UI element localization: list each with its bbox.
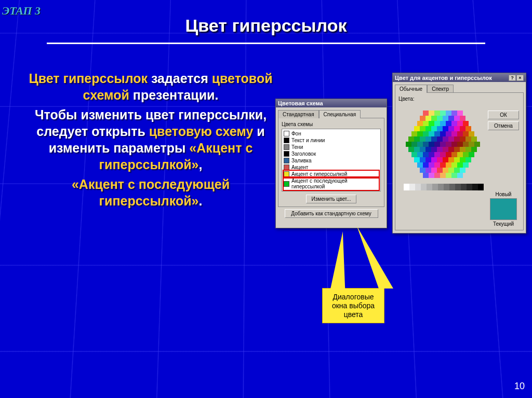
scheme-item[interactable]: Заголовок xyxy=(284,150,379,157)
new-label: Новый xyxy=(488,191,519,197)
dialog-color-picker: Цвет для акцентов и гиперссылок ?× Обычн… xyxy=(392,73,526,234)
scheme-item-label: Заголовок xyxy=(291,151,316,157)
hl-hyperlink-color: Цвет гиперссылок xyxy=(29,71,148,86)
color-swatch xyxy=(284,164,289,170)
scheme-item-label: Тени xyxy=(291,144,303,150)
body-text: Цвет гиперссылок задается цветовой схемо… xyxy=(29,70,273,209)
scheme-item[interactable]: Заливка xyxy=(284,157,379,164)
ok-button[interactable]: ОК xyxy=(488,111,519,119)
cancel-button[interactable]: Отмена xyxy=(488,121,519,130)
scheme-item-label: Заливка xyxy=(291,158,312,163)
tab-ordinary[interactable]: Обычные xyxy=(395,85,427,93)
scheme-item[interactable]: Акцент с последующей гиперссылкой xyxy=(284,177,379,190)
help-icon[interactable]: ? xyxy=(509,75,516,81)
tab-special[interactable]: Специальная xyxy=(319,110,361,118)
group-label-colors: Цвета схемы xyxy=(282,121,381,127)
scheme-item-label: Текст и линии xyxy=(291,138,325,143)
scheme-item-label: Акцент xyxy=(291,164,308,170)
window-buttons: ?× xyxy=(508,74,524,81)
color-swatch xyxy=(284,171,289,177)
color-swatch xyxy=(284,181,289,187)
color-swatch xyxy=(284,158,289,163)
scheme-item[interactable]: Фон xyxy=(284,130,379,137)
hl-accent-followed: «Акцент с последующей гиперссылкой» xyxy=(72,177,230,208)
scheme-item[interactable]: Акцент xyxy=(284,164,379,171)
slide-title: Цвет гиперссылок xyxy=(0,16,532,36)
color-swatch xyxy=(284,144,289,150)
color-hexagon[interactable] xyxy=(404,111,482,178)
new-color-swatch xyxy=(490,198,517,220)
current-label: Текущий xyxy=(488,221,519,227)
change-color-button[interactable]: Изменить цвет... xyxy=(306,195,357,203)
dialog1-title: Цветовая схема xyxy=(278,100,323,106)
scheme-list: ФонТекст и линииТениЗаголовокЗаливкаАкце… xyxy=(282,129,381,191)
scheme-item-label: Фон xyxy=(291,131,301,136)
scheme-item[interactable]: Тени xyxy=(284,144,379,150)
color-swatch xyxy=(284,131,289,136)
hl-color-scheme-2: цветовую схему xyxy=(149,124,254,139)
tab-spectrum[interactable]: Спектр xyxy=(427,85,454,93)
close-icon[interactable]: × xyxy=(516,75,524,81)
scheme-item[interactable]: Текст и линии xyxy=(284,137,379,144)
add-standard-scheme-button[interactable]: Добавить как стандартную схему xyxy=(285,209,378,218)
dialog1-titlebar[interactable]: Цветовая схема xyxy=(276,99,387,107)
scheme-item-label: Акцент с гиперссылкой xyxy=(291,171,347,177)
tab-standard[interactable]: Стандартная xyxy=(278,110,319,118)
color-swatch xyxy=(284,138,289,143)
grayscale-strip[interactable] xyxy=(404,184,484,190)
dialog-color-scheme: Цветовая схема Стандартная Специальная Ц… xyxy=(275,99,387,228)
dialog2-titlebar[interactable]: Цвет для акцентов и гиперссылок ?× xyxy=(393,73,526,82)
scheme-item-label: Акцент с последующей гиперссылкой xyxy=(291,178,379,189)
scheme-item[interactable]: Акцент с гиперссылкой xyxy=(284,171,379,177)
callout-dialog-caption: Диалоговые окна выбора цвета xyxy=(322,288,384,323)
page-number: 10 xyxy=(514,381,525,392)
color-swatch xyxy=(284,151,289,157)
colors-label: Цвета: xyxy=(398,96,520,102)
dialog2-title: Цвет для акцентов и гиперссылок xyxy=(395,75,492,81)
title-underline xyxy=(47,43,485,44)
